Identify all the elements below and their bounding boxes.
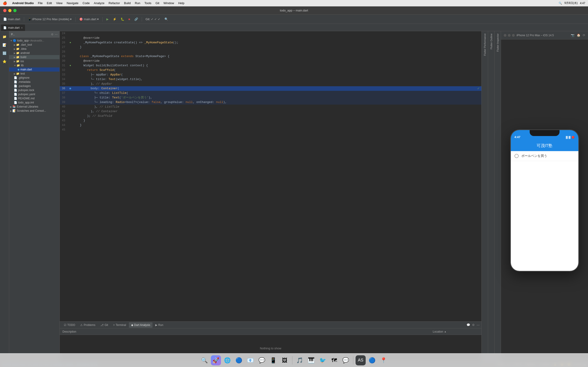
- dock-finder[interactable]: 🔍: [199, 355, 209, 365]
- tree-android[interactable]: ▶ 📁 android: [9, 51, 60, 55]
- tree-idea[interactable]: ▶ 📁 .idea: [9, 47, 60, 51]
- menu-window[interactable]: Window: [164, 1, 174, 5]
- dock-launchpad[interactable]: 🚀: [211, 355, 221, 365]
- tree-pubspec-yaml[interactable]: 📄 pubspec.yaml: [9, 92, 60, 96]
- tree-iml[interactable]: 📄 todo_app.iml: [9, 100, 60, 105]
- dock-mail[interactable]: 📧: [245, 355, 255, 365]
- dock-vscode[interactable]: 🔵: [367, 355, 377, 365]
- tree-main-dart[interactable]: ◆ main.dart: [9, 67, 60, 72]
- minimize-button[interactable]: [8, 9, 11, 12]
- dock-maps2[interactable]: 📍: [379, 355, 389, 365]
- tree-metadata[interactable]: 📄 .metadata: [9, 80, 60, 84]
- dock-twitter[interactable]: 🐦: [318, 355, 328, 365]
- menu-view[interactable]: View: [56, 1, 62, 5]
- tab-dart-analysis[interactable]: ◆ Dart Analysis: [129, 322, 153, 328]
- tree-build[interactable]: ▶ 📁 build: [9, 55, 60, 59]
- sidebar-favorites-icon[interactable]: ⭐: [1, 58, 8, 65]
- tree-packages[interactable]: 📄 .packages: [9, 84, 60, 88]
- dock-facetime[interactable]: 📱: [268, 355, 278, 365]
- tab-todo[interactable]: ☑ TODO: [61, 322, 78, 328]
- device-rotate-icon[interactable]: ⟳: [583, 33, 585, 37]
- scratches-icon: 📝: [12, 109, 16, 112]
- menu-build[interactable]: Build: [124, 1, 131, 5]
- dock-piano[interactable]: 🎹: [306, 355, 316, 365]
- flutter-inspector-panel[interactable]: Flutter Inspector: [494, 31, 501, 361]
- file-tab-btn[interactable]: 📄 main.dart: [2, 17, 22, 21]
- minimize-panel-icon[interactable]: —: [477, 323, 480, 327]
- menu-search-icon[interactable]: 🔍: [559, 2, 562, 5]
- profile-button[interactable]: ⚡: [111, 17, 118, 21]
- terminal-icon: >: [113, 323, 115, 327]
- sidebar-commit-icon[interactable]: 📝: [1, 41, 8, 49]
- main-dart-tab[interactable]: 📄 main.dart ✕: [1, 25, 25, 31]
- phone-frame: 4:47 ▓ ▓ 🔴 可茂IT塾 ボールペンを買う: [510, 129, 579, 272]
- menu-file[interactable]: File: [38, 1, 43, 5]
- dock-android-studio[interactable]: AS: [355, 355, 366, 365]
- dock-messages[interactable]: 💬: [257, 355, 267, 365]
- debug-button[interactable]: 🐛: [119, 17, 126, 21]
- battery-icon: 🔴: [571, 136, 575, 139]
- location-column-header[interactable]: Location ▲: [433, 330, 479, 333]
- dock-chrome[interactable]: 🔵: [234, 355, 244, 365]
- device-screenshot-icon[interactable]: 📷: [571, 33, 574, 37]
- menu-android-studio[interactable]: Android Studio: [12, 1, 34, 5]
- tree-scratches[interactable]: ▶ 📝 Scratches and Consol...: [9, 109, 60, 113]
- close-button[interactable]: [3, 9, 6, 12]
- stop-button[interactable]: ■: [127, 17, 132, 21]
- project-collapse-icon[interactable]: —: [55, 33, 58, 36]
- apple-logo[interactable]: 🍎: [3, 1, 7, 5]
- dock-photos[interactable]: 🖼: [280, 355, 290, 365]
- sidebar-structure-icon[interactable]: 🔣: [1, 50, 8, 57]
- tree-readme[interactable]: 📄 README.md: [9, 96, 60, 100]
- phone-preview-panel: iPhone 12 Pro Max – iOS 14.5 📷 🏠 ⟳ 4:47 …: [501, 31, 588, 361]
- run-config-selector[interactable]: 🎯 main.dart ▾: [78, 17, 100, 21]
- code-editor[interactable]: 24 25 @override 26 ● _MyHomePageState cr…: [60, 31, 481, 361]
- maximize-button[interactable]: [13, 9, 17, 12]
- menu-navigate[interactable]: Navigate: [67, 1, 78, 5]
- tab-terminal[interactable]: > Terminal: [111, 322, 128, 328]
- dock-safari[interactable]: 🌐: [222, 355, 233, 365]
- code-area[interactable]: 24 25 @override 26 ● _MyHomePageState cr…: [60, 31, 481, 321]
- tab-close-icon[interactable]: ✕: [21, 27, 23, 29]
- device-selector[interactable]: 📱 iPhone 12 Pro Max (mobile) ▾: [26, 17, 73, 21]
- tab-problems[interactable]: ⚠ Problems: [78, 322, 98, 328]
- dock-slack[interactable]: 💬: [341, 355, 351, 365]
- flutter-outline-panel[interactable]: Flutter Outline: [488, 31, 494, 361]
- device-actions: 📷 🏠 ⟳: [571, 33, 585, 37]
- dock-maps[interactable]: 🗺: [329, 355, 339, 365]
- menu-tools[interactable]: Tools: [145, 1, 151, 5]
- comment-icon[interactable]: 💬: [467, 323, 470, 327]
- settings-icon[interactable]: ⚙: [472, 323, 475, 327]
- menu-help[interactable]: Help: [178, 1, 184, 5]
- device-home-icon[interactable]: 🏠: [577, 33, 580, 37]
- code-line-44: 44 }: [60, 123, 481, 127]
- run-button[interactable]: ▶: [105, 17, 110, 21]
- git-status[interactable]: Git: ✓ ✓ ✓: [144, 17, 162, 21]
- project-settings-icon[interactable]: ⚙: [51, 33, 53, 36]
- attach-button[interactable]: 🔗: [133, 17, 139, 21]
- code-line-32: 32 return Scaffold(: [60, 68, 481, 73]
- sidebar-project-icon[interactable]: 📁: [1, 33, 8, 40]
- tree-lib[interactable]: ▼ 📁 lib: [9, 63, 60, 67]
- dock-music[interactable]: 🎵: [295, 355, 305, 365]
- tree-dart-tool[interactable]: ▶ 📁 .dart_tool: [9, 43, 60, 47]
- tab-run[interactable]: ▶ Run: [153, 322, 166, 328]
- menu-refactor[interactable]: Refactor: [109, 1, 120, 5]
- menu-code[interactable]: Code: [83, 1, 90, 5]
- code-lines-container: 24 25 @override 26 ● _MyHomePageState cr…: [60, 31, 481, 321]
- flutter-performance-panel[interactable]: Flutter Performance: [481, 31, 488, 361]
- tree-ext-libs[interactable]: ▶ 📚 External Libraries: [9, 105, 60, 109]
- tree-test[interactable]: ▶ 📁 test: [9, 72, 60, 76]
- tree-pubspec-lock[interactable]: 📄 pubspec.lock: [9, 88, 60, 92]
- tree-ios[interactable]: ▶ 📁 ios: [9, 59, 60, 63]
- menu-analyze[interactable]: Analyze: [94, 1, 104, 5]
- menu-run[interactable]: Run: [135, 1, 140, 5]
- phone-status-icons: ▓ ▓ 🔴: [566, 136, 574, 139]
- tab-git[interactable]: ⎇ Git: [98, 322, 110, 328]
- search-everywhere[interactable]: 🔍: [163, 17, 170, 21]
- tree-gitignore[interactable]: 📄 .gitignore: [9, 76, 60, 80]
- description-column-header[interactable]: Description: [62, 330, 433, 333]
- menu-edit[interactable]: Edit: [47, 1, 52, 5]
- menu-git[interactable]: Git: [156, 1, 159, 5]
- tree-root[interactable]: ▼ 🔵 todo_app ~/AndroidSt...: [9, 39, 60, 43]
